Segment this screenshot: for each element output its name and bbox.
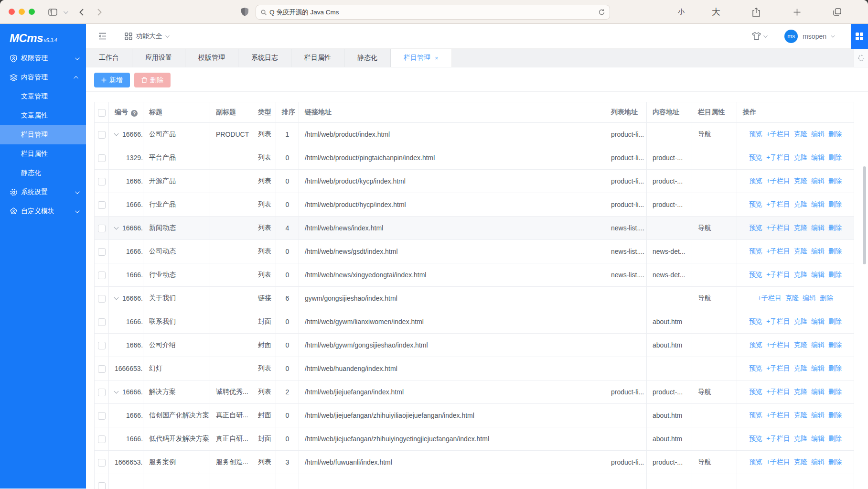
action-link-4[interactable]: 删除 bbox=[828, 130, 842, 138]
tab-1[interactable]: 应用设置 bbox=[132, 49, 185, 67]
action-link-0[interactable]: +子栏目 bbox=[758, 294, 782, 302]
action-link-2[interactable]: 克隆 bbox=[794, 411, 807, 419]
action-link-0[interactable]: 预览 bbox=[749, 411, 762, 419]
action-link-1[interactable]: +子栏目 bbox=[766, 435, 790, 442]
tab-4[interactable]: 栏目属性 bbox=[291, 49, 344, 67]
action-link-1[interactable]: +子栏目 bbox=[766, 458, 790, 466]
action-link-3[interactable]: 编辑 bbox=[811, 224, 825, 231]
sidebar-item-0[interactable]: 权限管理 bbox=[0, 49, 86, 68]
expand-chevron-icon[interactable] bbox=[114, 295, 119, 300]
new-tab-icon[interactable] bbox=[791, 0, 803, 24]
action-link-0[interactable]: 预览 bbox=[749, 435, 762, 442]
action-link-2[interactable]: 克隆 bbox=[794, 200, 807, 208]
action-link-1[interactable]: +子栏目 bbox=[766, 200, 790, 208]
action-link-1[interactable]: +子栏目 bbox=[766, 411, 790, 419]
action-link-2[interactable]: 克隆 bbox=[794, 341, 807, 348]
action-link-0[interactable]: 预览 bbox=[749, 130, 762, 138]
row-checkbox[interactable] bbox=[98, 131, 106, 139]
minimize-window-button[interactable] bbox=[19, 9, 25, 15]
action-link-4[interactable]: 删除 bbox=[828, 247, 842, 255]
action-link-1[interactable]: +子栏目 bbox=[766, 317, 790, 325]
action-link-1[interactable]: +子栏目 bbox=[766, 341, 790, 348]
privacy-shield-icon[interactable] bbox=[239, 0, 250, 24]
sidebar-item-6[interactable]: 静态化 bbox=[0, 163, 86, 183]
sidebar-item-4[interactable]: 栏目管理 bbox=[0, 125, 86, 144]
action-link-2[interactable]: 编辑 bbox=[803, 294, 816, 302]
row-checkbox[interactable] bbox=[98, 295, 106, 303]
apps-grid-button[interactable] bbox=[851, 24, 868, 49]
action-link-2[interactable]: 克隆 bbox=[794, 247, 807, 255]
action-link-2[interactable]: 克隆 bbox=[794, 317, 807, 325]
sidebar-toggle-icon[interactable] bbox=[46, 0, 59, 24]
avatar[interactable]: ms bbox=[784, 30, 798, 43]
row-checkbox[interactable] bbox=[98, 482, 106, 489]
action-link-3[interactable]: 编辑 bbox=[811, 341, 825, 348]
row-checkbox[interactable] bbox=[98, 154, 106, 162]
increase-text-button[interactable]: 大 bbox=[710, 0, 722, 24]
row-checkbox[interactable] bbox=[98, 342, 106, 349]
sidebar-item-5[interactable]: 栏目属性 bbox=[0, 144, 86, 163]
tab-5[interactable]: 静态化 bbox=[344, 49, 391, 67]
expand-chevron-icon[interactable] bbox=[114, 225, 119, 230]
sidebar-item-2[interactable]: 文章管理 bbox=[0, 87, 86, 106]
action-link-4[interactable]: 删除 bbox=[828, 153, 842, 161]
tab-0[interactable]: 工作台 bbox=[86, 49, 132, 67]
add-button[interactable]: 新增 bbox=[94, 73, 130, 87]
expand-chevron-icon[interactable] bbox=[114, 389, 119, 394]
collapse-sidebar-icon[interactable] bbox=[98, 33, 107, 40]
action-link-3[interactable]: 编辑 bbox=[811, 388, 825, 395]
action-link-0[interactable]: 预览 bbox=[749, 247, 762, 255]
expand-chevron-icon[interactable] bbox=[114, 131, 119, 136]
chevron-down-icon[interactable] bbox=[62, 0, 68, 24]
row-checkbox[interactable] bbox=[98, 272, 106, 279]
reload-icon[interactable] bbox=[599, 9, 605, 15]
action-link-2[interactable]: 克隆 bbox=[794, 271, 807, 278]
theme-switcher[interactable] bbox=[752, 32, 767, 40]
action-link-4[interactable]: 删除 bbox=[828, 341, 842, 348]
action-link-3[interactable]: 编辑 bbox=[811, 153, 825, 161]
sidebar-item-1[interactable]: 内容管理 bbox=[0, 68, 86, 87]
action-link-2[interactable]: 克隆 bbox=[794, 224, 807, 231]
action-link-3[interactable]: 编辑 bbox=[811, 435, 825, 442]
action-link-4[interactable]: 删除 bbox=[828, 271, 842, 278]
action-link-0[interactable]: 预览 bbox=[749, 177, 762, 185]
menu-all-dropdown[interactable]: 功能大全 bbox=[125, 32, 169, 41]
username[interactable]: msopen bbox=[803, 33, 826, 40]
decrease-text-button[interactable]: 小 bbox=[675, 0, 687, 24]
action-link-4[interactable]: 删除 bbox=[828, 435, 842, 442]
address-bar[interactable]: Q 免疫开源的 Java Cms bbox=[256, 5, 610, 20]
action-link-1[interactable]: +子栏目 bbox=[766, 153, 790, 161]
action-link-3[interactable]: 编辑 bbox=[811, 271, 825, 278]
action-link-1[interactable]: +子栏目 bbox=[766, 388, 790, 395]
row-checkbox[interactable] bbox=[98, 201, 106, 209]
action-link-0[interactable]: 预览 bbox=[749, 271, 762, 278]
row-checkbox[interactable] bbox=[98, 412, 106, 420]
action-link-3[interactable]: 编辑 bbox=[811, 458, 825, 466]
action-link-2[interactable]: 克隆 bbox=[794, 388, 807, 395]
select-all-checkbox[interactable] bbox=[98, 109, 106, 117]
refresh-tab-button[interactable] bbox=[854, 49, 868, 67]
action-link-3[interactable]: 编辑 bbox=[811, 317, 825, 325]
zoom-window-button[interactable] bbox=[29, 9, 35, 15]
action-link-2[interactable]: 克隆 bbox=[794, 364, 807, 372]
row-checkbox[interactable] bbox=[98, 459, 106, 467]
action-link-2[interactable]: 克隆 bbox=[794, 458, 807, 466]
delete-button[interactable]: 删除 bbox=[134, 73, 171, 87]
action-link-3[interactable]: 删除 bbox=[820, 294, 833, 302]
tab-3[interactable]: 系统日志 bbox=[238, 49, 291, 67]
action-link-0[interactable]: 预览 bbox=[749, 224, 762, 231]
close-window-button[interactable] bbox=[9, 9, 15, 15]
action-link-2[interactable]: 克隆 bbox=[794, 153, 807, 161]
action-link-4[interactable]: 删除 bbox=[828, 317, 842, 325]
action-link-3[interactable]: 编辑 bbox=[811, 200, 825, 208]
action-link-2[interactable]: 克隆 bbox=[794, 177, 807, 185]
action-link-0[interactable]: 预览 bbox=[749, 458, 762, 466]
tab-6[interactable]: 栏目管理× bbox=[391, 49, 452, 67]
scrollbar-thumb[interactable] bbox=[863, 166, 866, 264]
share-icon[interactable] bbox=[750, 0, 762, 24]
action-link-0[interactable]: 预览 bbox=[749, 364, 762, 372]
row-checkbox[interactable] bbox=[98, 318, 106, 326]
action-link-3[interactable]: 编辑 bbox=[811, 247, 825, 255]
sidebar-item-3[interactable]: 文章属性 bbox=[0, 106, 86, 125]
action-link-4[interactable]: 删除 bbox=[828, 177, 842, 185]
